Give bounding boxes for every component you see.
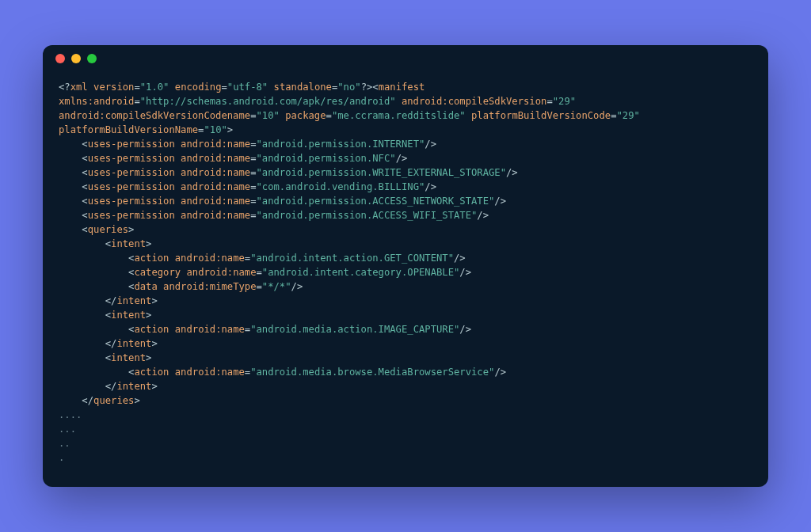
- code-window: <?xml version="1.0" encoding="utf-8" sta…: [43, 45, 768, 487]
- code-block: <?xml version="1.0" encoding="utf-8" sta…: [43, 72, 768, 481]
- window-titlebar: [43, 45, 768, 72]
- minimize-dot[interactable]: [71, 54, 81, 63]
- close-dot[interactable]: [55, 54, 65, 63]
- zoom-dot[interactable]: [87, 54, 97, 63]
